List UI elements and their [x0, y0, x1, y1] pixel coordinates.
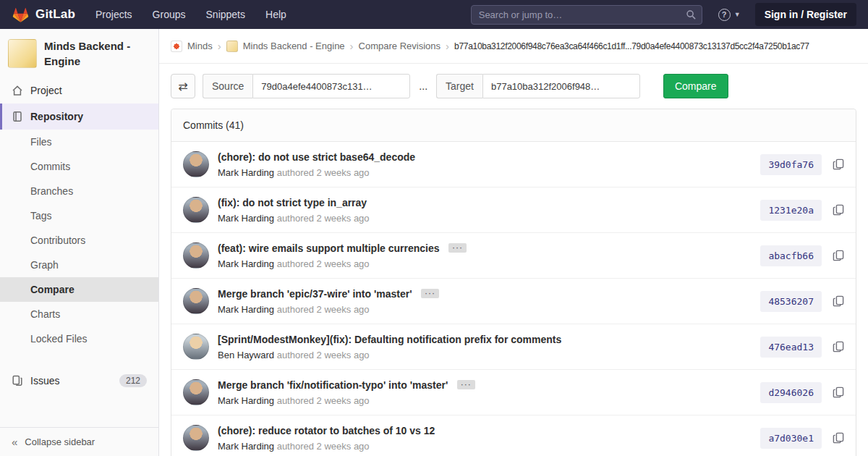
project-avatar-small — [226, 41, 238, 52]
breadcrumb-separator-icon: › — [350, 41, 354, 51]
commit-expand-toggle[interactable]: ··· — [421, 289, 439, 298]
global-search[interactable] — [471, 5, 702, 25]
breadcrumb-separator-icon: › — [446, 41, 449, 51]
sidebar-subitem-tags[interactable]: Tags — [0, 203, 158, 228]
repository-subnav: Files Commits Branches Tags Contributors… — [0, 130, 158, 351]
commit-info: [Sprint/ModestMonkey](fix): Defaulting n… — [218, 333, 743, 360]
sidebar-nav: Project Repository Files Commits Branche… — [0, 77, 158, 427]
sidebar-subitem-charts[interactable]: Charts — [0, 302, 158, 326]
gitlab-home-link[interactable]: GitLab — [12, 6, 75, 23]
issues-count-badge: 212 — [119, 374, 147, 387]
sidebar-subitem-compare[interactable]: Compare — [0, 277, 158, 302]
commit-title-link[interactable]: (fix): do not strict type in_array — [218, 197, 367, 208]
commit-info: (feat): wire emails support multiple cur… — [218, 242, 743, 269]
commit-title-link[interactable]: Merge branch 'fix/notification-typo' int… — [218, 379, 448, 391]
copy-sha-button[interactable] — [833, 295, 844, 307]
compare-button[interactable]: Compare — [663, 74, 728, 98]
nav-snippets-link[interactable]: Snippets — [206, 9, 245, 20]
source-ref-dropdown[interactable]: 79d0a4efe4400873c131… — [252, 74, 410, 98]
commit-actions: 48536207 — [760, 291, 844, 312]
commit-sha-link[interactable]: d2946026 — [760, 382, 822, 403]
commit-info: (chore): reduce rotator to batches of 10… — [218, 424, 743, 452]
target-label: Target — [436, 74, 482, 98]
commit-author-link[interactable]: Mark Harding — [218, 258, 274, 269]
commit-sha-link[interactable]: a7d030e1 — [760, 428, 822, 449]
author-avatar — [183, 151, 209, 177]
copy-sha-button[interactable] — [833, 341, 844, 352]
sidebar-item-issues[interactable]: Issues 212 — [0, 367, 158, 394]
book-icon — [12, 111, 23, 122]
source-ref-group: Source 79d0a4efe4400873c131… — [203, 74, 410, 98]
commit-author-link[interactable]: Mark Harding — [218, 304, 274, 315]
sidebar-subitem-contributors[interactable]: Contributors — [0, 228, 158, 253]
commit-title-link[interactable]: [Sprint/ModestMonkey](fix): Defaulting n… — [218, 334, 561, 345]
commit-sha-link[interactable]: 39d0fa76 — [760, 154, 822, 175]
group-avatar — [171, 41, 182, 52]
project-name: Minds Backend - Engine — [44, 38, 148, 69]
commit-row: [Sprint/ModestMonkey](fix): Defaulting n… — [171, 324, 856, 370]
commit-expand-toggle[interactable]: ··· — [457, 380, 475, 389]
breadcrumb-page-link[interactable]: Compare Revisions — [359, 41, 441, 51]
copy-sha-button[interactable] — [833, 432, 844, 444]
issues-icon — [12, 375, 23, 387]
commit-sha-link[interactable]: abacfb66 — [760, 245, 822, 266]
target-ref-group: Target b77a10ba312f2006f948… — [436, 74, 640, 98]
sidebar-item-project[interactable]: Project — [0, 77, 158, 104]
search-input[interactable] — [471, 5, 702, 25]
commit-time: authored 2 weeks ago — [277, 350, 370, 360]
sidebar-subitem-branches[interactable]: Branches — [0, 179, 158, 203]
copy-sha-button[interactable] — [833, 387, 844, 398]
home-icon — [12, 85, 23, 96]
source-label: Source — [203, 74, 252, 98]
top-navbar: GitLab Projects Groups Snippets Help ? ▼… — [0, 0, 868, 29]
sidebar-subitem-locked-files[interactable]: Locked Files — [0, 326, 158, 351]
commit-author-link[interactable]: Mark Harding — [218, 167, 274, 178]
copy-sha-button[interactable] — [833, 204, 844, 216]
commit-time: authored 2 weeks ago — [277, 304, 370, 315]
sidebar-subitem-commits[interactable]: Commits — [0, 154, 158, 179]
target-ref-dropdown[interactable]: b77a10ba312f2006f948… — [482, 74, 640, 98]
copy-icon — [833, 341, 844, 352]
commit-title-link[interactable]: (chore): reduce rotator to batches of 10… — [218, 425, 435, 436]
sign-in-button[interactable]: Sign in / Register — [755, 3, 856, 26]
nav-groups-link[interactable]: Groups — [153, 9, 186, 20]
copy-icon — [833, 204, 844, 216]
breadcrumb: Minds › Minds Backend - Engine › Compare… — [159, 29, 868, 64]
copy-sha-button[interactable] — [833, 250, 844, 261]
sidebar-item-repository[interactable]: Repository — [0, 104, 158, 130]
commit-sha-link[interactable]: 476ead13 — [760, 337, 822, 358]
commit-title-link[interactable]: (chore): do not use strict base64_decode — [218, 151, 415, 163]
commit-actions: 39d0fa76 — [760, 154, 844, 175]
swap-revisions-button[interactable]: ⇄ — [171, 74, 195, 98]
commit-row: (feat): wire emails support multiple cur… — [171, 233, 856, 279]
main-content: Minds › Minds Backend - Engine › Compare… — [159, 29, 868, 456]
sidebar-subitem-files[interactable]: Files — [0, 130, 158, 154]
commit-row: (chore): reduce rotator to batches of 10… — [171, 415, 856, 456]
breadcrumb-current-range: b77a10ba312f2006f948c76ea3ca64f466c1d1ff… — [454, 41, 809, 51]
commit-title-link[interactable]: (feat): wire emails support multiple cur… — [218, 242, 440, 254]
commit-title-link[interactable]: Merge branch 'epic/37-wire' into 'master… — [218, 288, 412, 300]
commit-expand-toggle[interactable]: ··· — [448, 243, 467, 253]
breadcrumb-project-link[interactable]: Minds Backend - Engine — [243, 41, 345, 51]
commit-time: authored 2 weeks ago — [277, 258, 370, 269]
help-menu[interactable]: ? ▼ — [718, 9, 741, 21]
commit-actions: 476ead13 — [760, 337, 844, 358]
commit-author-link[interactable]: Mark Harding — [218, 441, 274, 452]
help-icon: ? — [718, 9, 731, 21]
commit-sha-link[interactable]: 1231e20a — [760, 200, 822, 221]
copy-sha-button[interactable] — [833, 159, 844, 170]
collapse-sidebar-button[interactable]: « Collapse sidebar — [0, 427, 158, 456]
breadcrumb-group-link[interactable]: Minds — [187, 41, 213, 51]
sidebar-subitem-graph[interactable]: Graph — [0, 253, 158, 277]
sidebar-item-label: Issues — [30, 375, 59, 387]
commit-row: (chore): do not use strict base64_decode… — [171, 142, 856, 187]
commit-author-link[interactable]: Ben Hayward — [218, 350, 274, 360]
commit-author-link[interactable]: Mark Harding — [218, 213, 274, 224]
copy-icon — [833, 250, 844, 261]
project-context-link[interactable]: Minds Backend - Engine — [0, 29, 158, 77]
commit-sha-link[interactable]: 48536207 — [760, 291, 822, 312]
sidebar-item-label: Repository — [30, 111, 83, 122]
commit-author-link[interactable]: Mark Harding — [218, 395, 274, 406]
nav-projects-link[interactable]: Projects — [95, 9, 132, 20]
nav-help-link[interactable]: Help — [265, 9, 286, 20]
